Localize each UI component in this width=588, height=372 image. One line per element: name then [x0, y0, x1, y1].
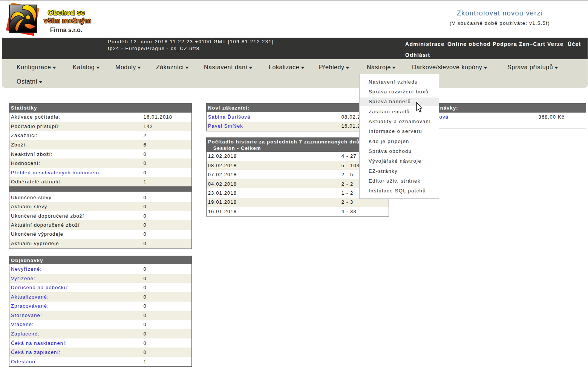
svg-text:Firma s.r.o.: Firma s.r.o.: [50, 27, 82, 33]
svg-text:vším možným: vším možným: [44, 17, 91, 24]
svg-text:Obchod se: Obchod se: [48, 9, 85, 17]
